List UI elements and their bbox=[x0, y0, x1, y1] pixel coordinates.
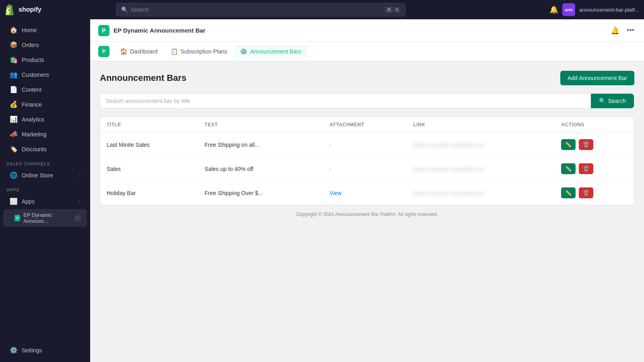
store-name: announcement-bar-platf... bbox=[579, 7, 639, 13]
sidebar-item-home[interactable]: 🏠 Home bbox=[3, 23, 87, 37]
col-text: TEXT bbox=[198, 117, 323, 133]
search-bar-icon: 🔍 bbox=[121, 6, 128, 13]
nav-tabs: P 🏠 Dashboard 📋 Subscription Plans ⚙️ An… bbox=[90, 42, 644, 61]
link-cell: https://example.myshopify.com bbox=[407, 181, 555, 205]
sidebar-item-label: Orders bbox=[22, 42, 39, 48]
expand-icon: › bbox=[79, 173, 80, 178]
sidebar-item-label: Apps bbox=[22, 198, 35, 205]
announcement-search-input[interactable] bbox=[100, 94, 591, 108]
sidebar-item-sales-channels[interactable]: 🌐 Online Store › bbox=[3, 168, 87, 182]
edit-button[interactable]: ✏️ bbox=[561, 187, 576, 198]
global-search-input[interactable] bbox=[131, 6, 382, 13]
shortcut-symbol: ⌘ bbox=[385, 7, 393, 13]
attachment-cell[interactable]: View bbox=[323, 181, 407, 205]
page-footer: Copyright © 2024 Anncouncement Bar Platf… bbox=[100, 205, 634, 224]
sidebar-item-discounts[interactable]: 🏷️ Discounts bbox=[3, 142, 87, 156]
delete-button[interactable]: 🗑️ bbox=[579, 163, 593, 174]
actions-cell: ✏️ 🗑️ bbox=[555, 157, 634, 181]
topbar: shopify 🔍 ⌘ K 🔔 ann announcement-bar-pla… bbox=[0, 0, 644, 19]
page-header: Announcement Bars Add Announcement Bar bbox=[100, 71, 634, 85]
shortcut-key: K bbox=[394, 7, 400, 12]
announcement-search-button[interactable]: 🔍 Search bbox=[591, 94, 634, 108]
tab-announcement-bars[interactable]: ⚙️ Announcement Bars bbox=[234, 45, 307, 58]
apps-section: Apps bbox=[0, 183, 90, 194]
attachment-cell: - bbox=[323, 133, 407, 157]
link-value: https://example.myshopify.com bbox=[413, 142, 485, 148]
sidebar-item-label: Discounts bbox=[22, 146, 46, 152]
delete-button[interactable]: 🗑️ bbox=[579, 187, 593, 198]
sidebar-item-label: Analytics bbox=[22, 116, 44, 123]
sidebar-item-finance[interactable]: 💰 Finance bbox=[3, 97, 87, 111]
sidebar-item-orders[interactable]: 📦 Orders bbox=[3, 38, 87, 52]
tab-subscription[interactable]: 📋 Subscription Plans bbox=[165, 45, 233, 58]
col-link: LINK bbox=[407, 117, 555, 133]
home-icon: 🏠 bbox=[10, 26, 18, 34]
table-row: Sales Sales up to 40% off - https://exam… bbox=[100, 157, 634, 181]
sidebar-item-marketing[interactable]: 📣 Marketing bbox=[3, 127, 87, 141]
sidebar-item-label: Content bbox=[22, 86, 41, 93]
sidebar-item-ep-dynamic[interactable]: P EP Dynamic Announc... ⬛ bbox=[3, 209, 87, 227]
app-header-logo: P bbox=[98, 25, 109, 36]
title-cell: Last Minite Sales bbox=[100, 133, 198, 157]
content-area: P EP Dynamic Announcement Bar 🔔 ••• P 🏠 … bbox=[90, 19, 644, 362]
col-title: TITLE bbox=[100, 117, 198, 133]
page-title: Announcement Bars bbox=[100, 73, 186, 83]
products-icon: 🛍️ bbox=[10, 56, 18, 64]
edit-button[interactable]: ✏️ bbox=[561, 163, 576, 174]
sidebar: 🏠 Home 📦 Orders 🛍️ Products 👥 Customers … bbox=[0, 19, 90, 362]
link-cell: https://example.myshopify.com bbox=[407, 133, 555, 157]
main-layout: 🏠 Home 📦 Orders 🛍️ Products 👥 Customers … bbox=[0, 19, 644, 362]
settings-icon: ⚙️ bbox=[10, 346, 18, 354]
sidebar-item-analytics[interactable]: 📊 Analytics bbox=[3, 112, 87, 126]
sidebar-item-label: Marketing bbox=[22, 131, 46, 138]
app-header-actions: 🔔 ••• bbox=[609, 25, 636, 37]
sidebar-item-label: Finance bbox=[22, 101, 42, 108]
orders-icon: 📦 bbox=[10, 41, 18, 49]
discounts-icon: 🏷️ bbox=[10, 145, 18, 153]
announcement-bars-table: TITLE TEXT ATTACHMENT LINK ACTIONS Last … bbox=[100, 117, 634, 205]
attachment-cell: - bbox=[323, 157, 407, 181]
search-button-label: Search bbox=[608, 98, 626, 104]
sidebar-item-apps[interactable]: ⬜ Apps › bbox=[3, 194, 87, 208]
apps-expand-icon: › bbox=[79, 199, 80, 204]
add-announcement-bar-button[interactable]: Add Announcement Bar bbox=[560, 71, 634, 85]
customers-icon: 👥 bbox=[10, 71, 18, 78]
sales-channels-section: Sales channels bbox=[0, 156, 90, 168]
announcement-tab-label: Announcement Bars bbox=[250, 48, 301, 55]
title-cell: Sales bbox=[100, 157, 198, 181]
analytics-icon: 📊 bbox=[10, 115, 18, 123]
sidebar-item-products[interactable]: 🛍️ Products bbox=[3, 53, 87, 67]
shopify-text: shopify bbox=[19, 6, 41, 13]
notification-icon[interactable]: 🔔 bbox=[549, 5, 558, 14]
sidebar-item-label: Online Store bbox=[22, 172, 53, 179]
table-row: Last Minite Sales Free Shipping on all..… bbox=[100, 133, 634, 157]
edit-button[interactable]: ✏️ bbox=[561, 139, 576, 150]
tab-dashboard[interactable]: 🏠 Dashboard bbox=[114, 45, 163, 58]
col-attachment: ATTACHMENT bbox=[323, 117, 407, 133]
actions-cell: ✏️ 🗑️ bbox=[555, 133, 634, 157]
user-avatar[interactable]: ann bbox=[562, 3, 575, 16]
sidebar-item-customers[interactable]: 👥 Customers bbox=[3, 68, 87, 82]
text-cell: Free Shipping Over $... bbox=[198, 181, 323, 205]
nav-tab-logo: P bbox=[98, 46, 109, 57]
text-cell: Sales up to 40% off bbox=[198, 157, 323, 181]
delete-button[interactable]: 🗑️ bbox=[579, 139, 593, 150]
sidebar-item-content[interactable]: 📄 Content bbox=[3, 82, 87, 97]
shopify-logo-icon bbox=[5, 4, 16, 15]
finance-icon: 💰 bbox=[10, 101, 18, 108]
footer-text: Copyright © 2024 Anncouncement Bar Platf… bbox=[296, 212, 438, 217]
app-header-title: EP Dynamic Announcement Bar bbox=[114, 27, 205, 34]
ep-dynamic-icon: P bbox=[14, 215, 20, 221]
search-button-icon: 🔍 bbox=[599, 98, 606, 104]
sidebar-item-label: Settings bbox=[22, 347, 42, 354]
page-content: Announcement Bars Add Announcement Bar 🔍… bbox=[90, 61, 644, 362]
search-section: 🔍 Search bbox=[100, 93, 634, 109]
global-search-bar[interactable]: 🔍 ⌘ K bbox=[116, 3, 406, 16]
bell-icon[interactable]: 🔔 bbox=[609, 25, 621, 37]
sidebar-item-label: Home bbox=[22, 27, 37, 33]
sidebar-item-label: Customers bbox=[22, 72, 49, 78]
sidebar-item-settings[interactable]: ⚙️ Settings bbox=[3, 343, 87, 357]
sales-channels-icon: 🌐 bbox=[10, 171, 18, 179]
apps-icon: ⬜ bbox=[10, 197, 18, 205]
more-icon[interactable]: ••• bbox=[625, 25, 636, 37]
